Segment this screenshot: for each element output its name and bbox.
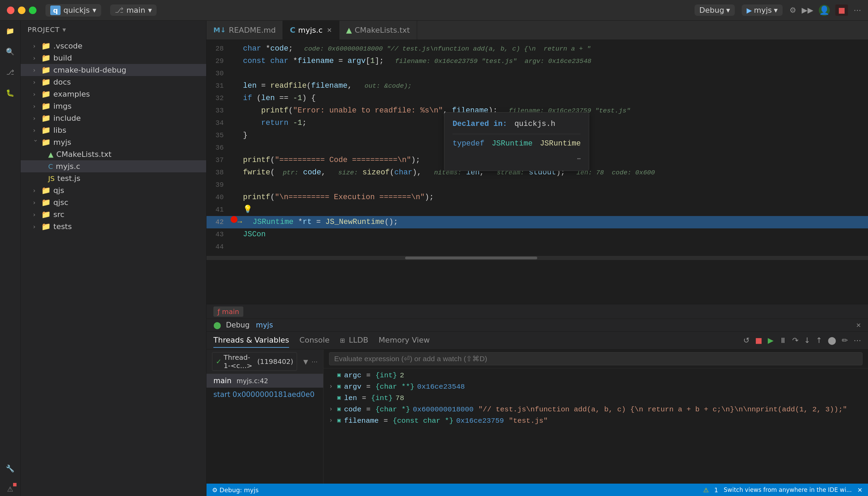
project-selector[interactable]: q quickjs ▾ [45, 4, 101, 17]
project-chevron: ▾ [93, 6, 96, 14]
sidebar-item-docs[interactable]: › 📁 docs [21, 76, 206, 88]
item-label: docs [53, 78, 71, 86]
minimize-button[interactable] [18, 7, 25, 14]
stop-btn[interactable]: ■ [755, 336, 762, 345]
code-line-44: 44 [207, 241, 868, 253]
activity-debug[interactable]: 🐛 [3, 86, 17, 100]
expand-icon[interactable]: › [329, 417, 335, 424]
maximize-button[interactable] [29, 7, 36, 14]
sidebar-item-myjs[interactable]: › 📁 myjs [21, 136, 206, 148]
thread-more-icon[interactable]: ⋯ [311, 358, 318, 365]
sidebar-item-examples[interactable]: › 📁 examples [21, 88, 206, 100]
stack-frame-main[interactable]: main myjs.c:42 [207, 374, 323, 388]
tab-close-icon[interactable]: ✕ [327, 26, 332, 34]
code-line-39: 39 [207, 179, 868, 191]
scrollbar-thumb[interactable] [405, 257, 537, 259]
editor-bottom-bar: ƒ main [207, 304, 868, 319]
file-cmake-icon: ▲ [48, 150, 53, 159]
avatar-icon[interactable]: 👤 [819, 5, 830, 16]
item-label: imgs [53, 102, 72, 110]
debug-session-file: myjs [256, 321, 273, 329]
var-type-icon: ▣ [337, 417, 341, 424]
bulb-icon[interactable]: 💡 [243, 205, 252, 214]
code-line-40: 40 printf("\n========= Execution =======… [207, 191, 868, 204]
branch-selector[interactable]: ⎇ main ▾ [110, 4, 157, 16]
myjs-badge[interactable]: ▶ myjs ▾ [742, 4, 782, 16]
activity-search[interactable]: 🔍 [3, 45, 17, 58]
tab-tv-label: Threads & Variables [213, 336, 289, 344]
step-over-btn[interactable]: ↷ [792, 336, 798, 345]
breakpoints-btn[interactable]: ⬤ [828, 336, 836, 345]
continue-btn[interactable]: ▶ [768, 336, 774, 345]
sidebar-item-qjs[interactable]: › 📁 qjs [21, 184, 206, 196]
folder-icon: 📁 [41, 114, 51, 122]
sidebar-item-test-js[interactable]: JS test.js [21, 172, 206, 184]
settings-icon[interactable]: ⚙ [790, 6, 796, 14]
myjs-icon: ▶ [747, 6, 752, 14]
expand-icon[interactable]: › [329, 406, 335, 412]
code-editor[interactable]: 28 char *code; code: 0x600000018000 "// … [207, 40, 868, 304]
warning-count: 1 [714, 486, 718, 494]
close-status-icon[interactable]: ✕ [857, 486, 862, 494]
watch-input[interactable] [329, 352, 862, 365]
sidebar-item-build[interactable]: › 📁 build [21, 52, 206, 64]
tab-readme[interactable]: M↓ README.md [207, 21, 283, 40]
thread-status-icon: ✓ [216, 357, 222, 366]
step-out-btn[interactable]: ↑ [816, 336, 822, 345]
close-debug-icon[interactable]: ✕ [856, 322, 861, 329]
sidebar-item-cmake-build-debug[interactable]: › 📁 cmake-build-debug [21, 64, 206, 76]
sidebar-item-imgs[interactable]: › 📁 imgs [21, 100, 206, 112]
tooltip-type2: JSRuntime [540, 139, 581, 148]
step-into-btn[interactable]: ↓ [804, 336, 810, 345]
filter-icon[interactable]: ▼ [303, 358, 308, 365]
pause-btn[interactable]: ⏸ [779, 336, 787, 345]
var-row-argc: ▣ argc = {int} 2 [324, 370, 868, 381]
tab-console[interactable]: Console [299, 333, 329, 348]
expand-icon[interactable]: › [329, 383, 335, 390]
more-icon[interactable]: ⋯ [854, 6, 861, 14]
stop-icon[interactable]: ■ [835, 4, 848, 16]
var-type-icon: ▣ [337, 406, 341, 412]
chevron-icon: › [33, 127, 39, 134]
sidebar-item-tests[interactable]: › 📁 tests [21, 220, 206, 233]
variables-panel: ▣ argc = {int} 2 › ▣ argv = [324, 349, 868, 484]
activity-extensions[interactable]: 🔧 [3, 462, 17, 475]
breakpoint-icon[interactable] [231, 216, 237, 223]
sidebar-item-include[interactable]: › 📁 include [21, 112, 206, 124]
more-debug-btn[interactable]: ⋯ [854, 336, 861, 345]
activity-explorer[interactable]: 📁 [3, 24, 17, 38]
sidebar-item-qjsc[interactable]: › 📁 qjsc [21, 196, 206, 208]
sidebar-item-vscode[interactable]: › 📁 .vscode [21, 40, 206, 52]
tab-threads-variables[interactable]: Threads & Variables [213, 333, 289, 348]
activity-source-control[interactable]: ⎇ [3, 65, 17, 79]
tab-memory-view[interactable]: Memory View [379, 333, 430, 348]
tab-cmakelists[interactable]: ▲ CMakeLists.txt [339, 21, 417, 40]
tab-lldb[interactable]: ⊞ LLDB [340, 333, 368, 348]
folder-icon: 📁 [41, 78, 51, 86]
chevron-icon: › [33, 78, 39, 86]
edit-btn[interactable]: ✏ [842, 336, 848, 345]
stack-frame-start[interactable]: start 0x0000000181aed0e0 [207, 388, 323, 401]
chevron-icon: › [33, 115, 39, 122]
debug-dropdown[interactable]: Debug ▾ [695, 4, 735, 16]
sidebar-item-cmakelists[interactable]: ▲ CMakeLists.txt [21, 148, 206, 160]
arrow-gutter: → [237, 216, 247, 228]
horizontal-scrollbar[interactable] [207, 256, 868, 260]
sidebar-item-libs[interactable]: › 📁 libs [21, 124, 206, 136]
activity-bottom[interactable]: ⚠ [3, 482, 17, 496]
file-js-icon: JS [48, 174, 55, 183]
tab-readme-label: README.md [229, 26, 276, 34]
tooltip-declared: Declared in: quickjs.h [453, 118, 581, 130]
restart-btn[interactable]: ↺ [743, 336, 749, 345]
myjs-chevron: ▾ [774, 6, 778, 14]
sidebar-item-myjs-c[interactable]: C myjs.c [21, 160, 206, 172]
close-button[interactable] [7, 7, 14, 14]
item-label: qjsc [53, 198, 68, 207]
traffic-lights [7, 7, 36, 14]
code-line-29: 29 const char *filename = argv[1]; filen… [207, 55, 868, 67]
run-icon[interactable]: ▶▶ [802, 6, 813, 14]
tab-myjs-c[interactable]: C myjs.c ✕ [283, 21, 339, 40]
sidebar-item-src[interactable]: › 📁 src [21, 208, 206, 220]
var-row-len: ▣ len = {int} 78 [324, 392, 868, 404]
editor-body: 28 char *code; code: 0x600000018000 "// … [207, 40, 868, 496]
